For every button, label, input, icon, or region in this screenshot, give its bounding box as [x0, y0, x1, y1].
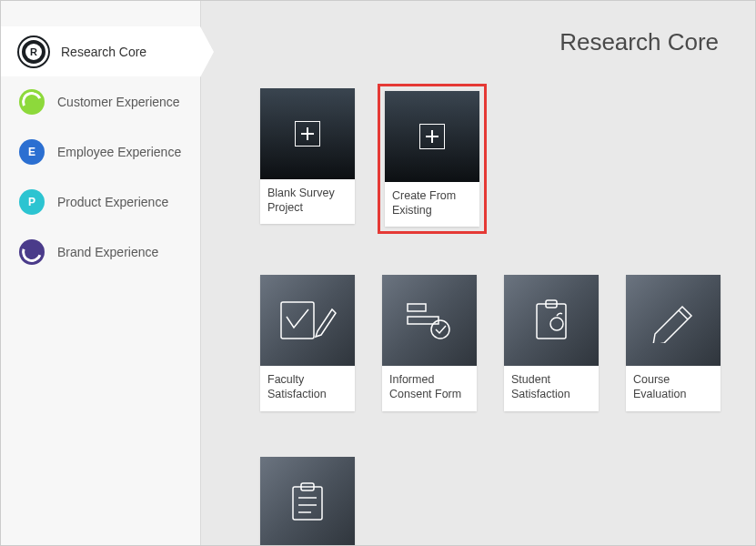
- sidebar-item-label: Research Core: [61, 45, 146, 59]
- clipboard-pencil-icon: [260, 275, 355, 366]
- card-label: Blank Survey Project: [260, 179, 355, 224]
- card-thumb: [382, 275, 477, 366]
- card-wrap: Informed Consent Form: [378, 270, 481, 415]
- sidebar-item-label: Employee Experience: [57, 145, 181, 159]
- card-row-templates-1: Faculty Satisfaction: [256, 270, 728, 415]
- plus-icon: [295, 121, 320, 147]
- svg-point-6: [550, 318, 563, 330]
- customer-experience-icon: [19, 89, 45, 115]
- card-wrap: Student Satisfaction: [499, 270, 603, 415]
- card-wrap: Course Evaluation: [621, 270, 725, 415]
- card-thumb: [385, 91, 479, 182]
- app-root: R Research Core Customer Experience E Em…: [1, 1, 755, 545]
- sidebar-item-label: Customer Experience: [57, 95, 180, 109]
- sidebar-item-product-experience[interactable]: P Product Experience: [1, 177, 200, 227]
- sidebar-item-customer-experience[interactable]: Customer Experience: [1, 76, 200, 126]
- sidebar-item-label: Brand Experience: [57, 245, 158, 259]
- card-row-templates-2: Student Recruitment: [256, 452, 728, 546]
- card-student-satisfaction[interactable]: Student Satisfaction: [504, 275, 599, 410]
- card-label: Informed Consent Form: [382, 366, 477, 410]
- card-blank-survey-project[interactable]: Blank Survey Project: [260, 88, 355, 224]
- employee-experience-icon: E: [19, 139, 45, 165]
- card-wrap: Blank Survey Project: [256, 84, 359, 234]
- research-core-icon: R: [19, 37, 48, 66]
- card-wrap: Student Recruitment: [256, 452, 359, 546]
- card-label: Course Evaluation: [626, 366, 721, 410]
- card-create-from-existing[interactable]: Create From Existing: [385, 91, 479, 227]
- card-label: Student Satisfaction: [504, 366, 599, 410]
- card-thumb: [260, 275, 355, 366]
- card-course-evaluation[interactable]: Course Evaluation: [626, 275, 721, 410]
- card-faculty-satisfaction[interactable]: Faculty Satisfaction: [260, 275, 355, 410]
- card-wrap-highlighted: Create From Existing: [378, 84, 487, 234]
- card-student-recruitment[interactable]: Student Recruitment: [260, 457, 355, 546]
- clipboard-apple-icon: [504, 275, 599, 366]
- main-content: Research Core Blank Survey Project: [201, 1, 755, 545]
- clipboard-lines-icon: [260, 457, 355, 546]
- card-thumb: [260, 457, 355, 546]
- brand-experience-icon: [19, 239, 45, 265]
- form-check-icon: [382, 275, 477, 366]
- sidebar: R Research Core Customer Experience E Em…: [1, 1, 201, 545]
- card-thumb: [626, 275, 721, 366]
- card-label: Faculty Satisfaction: [260, 366, 355, 410]
- plus-icon: [419, 124, 445, 149]
- card-informed-consent-form[interactable]: Informed Consent Form: [382, 275, 477, 410]
- card-thumb: [260, 88, 355, 179]
- card-wrap: Faculty Satisfaction: [256, 270, 359, 415]
- card-row-new: Blank Survey Project Create From Existin…: [256, 84, 728, 234]
- svg-rect-1: [408, 304, 426, 311]
- sidebar-item-brand-experience[interactable]: Brand Experience: [1, 227, 200, 277]
- sidebar-item-label: Product Experience: [57, 195, 168, 209]
- pencil-icon: [626, 275, 721, 366]
- card-label: Create From Existing: [385, 182, 479, 227]
- card-thumb: [504, 275, 599, 366]
- svg-rect-0: [281, 302, 314, 339]
- sidebar-item-research-core[interactable]: R Research Core: [1, 26, 200, 76]
- product-experience-icon: P: [19, 189, 45, 215]
- svg-rect-8: [293, 487, 322, 520]
- page-title: Research Core: [256, 28, 728, 56]
- card-grid: Blank Survey Project Create From Existin…: [256, 84, 728, 545]
- sidebar-item-employee-experience[interactable]: E Employee Experience: [1, 126, 200, 177]
- svg-point-3: [431, 320, 449, 339]
